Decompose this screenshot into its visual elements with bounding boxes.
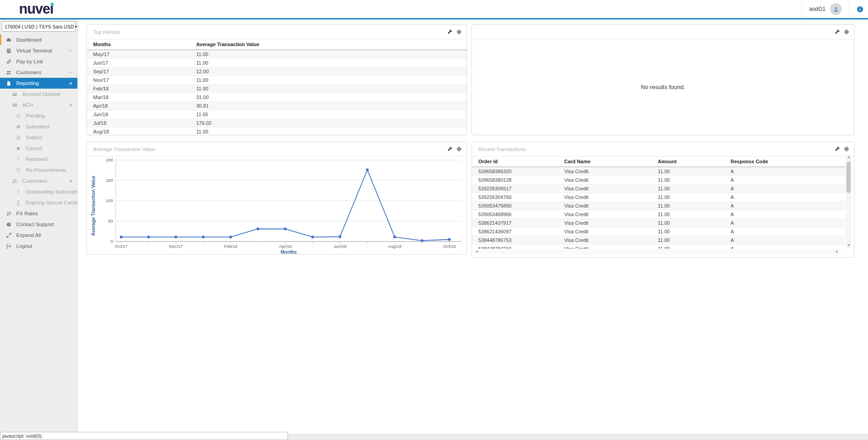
horizontal-scrollbar[interactable] <box>474 249 840 255</box>
compress-icon[interactable] <box>844 29 849 35</box>
data-point <box>311 236 314 238</box>
sidebar-item-customers[interactable]: Customers <box>0 67 77 78</box>
table-header-row: MonthsAverage Transaction Value <box>87 39 467 50</box>
table-row[interactable]: Jun/1811.65 <box>87 110 467 119</box>
y-tick-label: 100 <box>106 198 113 203</box>
exclamation-icon <box>15 189 22 195</box>
column-header: Order Id <box>472 156 558 167</box>
avatar[interactable] <box>830 3 842 15</box>
scroll-right-icon[interactable] <box>834 249 840 255</box>
table-row[interactable]: 539053475890Visa Credit11.00A <box>472 202 845 210</box>
username-label: aodG1 <box>809 6 826 12</box>
wrench-icon[interactable] <box>835 29 840 35</box>
table-row[interactable]: Mar/1831.00 <box>87 93 467 102</box>
wrench-icon[interactable] <box>447 29 453 35</box>
close-icon[interactable] <box>68 81 73 86</box>
table-row[interactable]: May/1711.00 <box>87 50 467 59</box>
info-icon[interactable] <box>857 6 863 13</box>
table-cell: A <box>724 236 845 245</box>
sidebar-item-expand-all[interactable]: Expand All <box>0 230 77 241</box>
table-row[interactable]: Sep/1712.00 <box>87 67 467 76</box>
table-row[interactable]: 539226304760Visa Credit11.00A <box>472 193 845 202</box>
sidebar-item-fx-rates[interactable]: FX Rates <box>0 208 77 219</box>
data-point <box>175 236 177 238</box>
sidebar-item-label: Customers <box>22 178 47 184</box>
sidebar-item-settled[interactable]: Settled <box>0 132 77 143</box>
question-icon: ? <box>5 222 12 227</box>
sidebar-item-expiring-secure-cards[interactable]: Expiring Secure Cards <box>0 197 77 208</box>
sidebar-item-label: Logout <box>16 243 32 249</box>
sidebar-item-customers[interactable]: Customers <box>0 175 77 186</box>
table-row[interactable]: Nov/1711.00 <box>87 76 467 85</box>
scroll-down-icon[interactable] <box>846 242 852 248</box>
card-icon <box>11 91 18 97</box>
column-header: Average Transaction Value <box>190 39 467 50</box>
sidebar-item-returned[interactable]: Returned <box>0 154 77 165</box>
top-periods-table: MonthsAverage Transaction Value May/1711… <box>87 39 467 136</box>
vertical-scrollbar-thumb[interactable] <box>846 161 851 193</box>
close-icon[interactable] <box>68 103 73 108</box>
table-row[interactable]: 538621436097Visa Credit11.00A <box>472 227 845 236</box>
panel-actions <box>447 29 462 35</box>
x-tick-label: Aug/18 <box>388 244 401 249</box>
panel-actions <box>835 146 849 152</box>
table-cell: 30.81 <box>190 102 467 110</box>
table-row[interactable]: 538448786753Visa Credit11.00A <box>472 236 845 245</box>
compress-icon[interactable] <box>456 146 462 152</box>
table-row[interactable]: Feb/1811.00 <box>87 85 467 93</box>
sidebar-item-submitted[interactable]: Submitted <box>0 121 77 132</box>
compress-icon[interactable] <box>844 146 849 152</box>
table-row[interactable]: 539053468966Visa Credit11.00A <box>472 210 845 219</box>
exchange-icon <box>5 211 12 217</box>
column-header: Response Code <box>724 156 845 167</box>
table-row[interactable]: Apr/1830.81 <box>87 102 467 110</box>
svg-text:ACH: ACH <box>13 104 17 106</box>
sidebar-item-virtual-terminal[interactable]: Virtual Terminal <box>0 45 77 56</box>
compress-icon[interactable] <box>456 29 462 35</box>
table-row[interactable]: Jul/18176.02 <box>87 119 467 128</box>
data-point <box>256 227 259 230</box>
vertical-scrollbar[interactable] <box>846 154 851 248</box>
table-row[interactable]: 539226306517Visa Credit11.00A <box>472 185 845 193</box>
sidebar-item-outstanding-subscriptions[interactable]: Outstanding Subscriptions <box>0 186 77 197</box>
table-cell: 538621436097 <box>472 227 558 236</box>
column-header: Amount <box>651 156 724 167</box>
sidebar-item-label: Dashboard <box>16 37 42 43</box>
table-row[interactable]: 538621437917Visa Credit11.00A <box>472 219 845 227</box>
panel-header: Recent Transactions <box>472 142 854 156</box>
account-selector[interactable]: 176004 ( USD ) TSYS Sara USD <box>2 21 75 32</box>
person-icon <box>833 6 840 13</box>
account-selector-value: 176004 ( USD ) TSYS Sara USD <box>5 24 74 29</box>
table-cell: 12.00 <box>190 67 467 76</box>
sidebar-item-pay-by-link[interactable]: Pay by Link <box>0 56 77 67</box>
table-row[interactable]: Aug/1811.00 <box>87 128 467 136</box>
sidebar-item-logout[interactable]: Logout <box>0 241 77 251</box>
table-cell: 11.00 <box>651 193 724 202</box>
table-cell: Visa Credit <box>558 193 651 202</box>
table-row[interactable]: 539658380128Visa Credit11.00A <box>472 176 845 185</box>
chevron-down-icon <box>68 70 73 75</box>
sidebar-item-contact-support[interactable]: ?Contact Support <box>0 219 77 230</box>
sidebar-item-ach[interactable]: ACHACH <box>0 99 77 110</box>
sidebar-item-re-presentments[interactable]: Re-Presentments <box>0 165 77 175</box>
scroll-left-icon[interactable] <box>474 249 480 255</box>
wrench-icon[interactable] <box>447 146 453 152</box>
scroll-up-icon[interactable] <box>846 154 852 160</box>
sidebar-item-dashboard[interactable]: Dashboard <box>0 34 77 45</box>
x-tick-label: Jun/18 <box>334 244 347 249</box>
wrench-icon[interactable] <box>835 146 840 152</box>
check-circle-icon <box>15 135 22 141</box>
status-bar-text: javascript: void(0); <box>2 433 42 439</box>
data-point <box>147 236 150 238</box>
table-cell: Feb/18 <box>87 85 190 93</box>
data-point <box>420 239 423 242</box>
sidebar-item-pending[interactable]: Pending <box>0 110 77 121</box>
sidebar-item-closed[interactable]: Closed <box>0 143 77 154</box>
table-row[interactable]: 539658386320Visa Credit11.00A <box>472 167 845 176</box>
sidebar-item-reporting[interactable]: Reporting <box>0 78 77 89</box>
table-cell: Mar/18 <box>87 93 190 102</box>
table-row[interactable]: Jun/1711.00 <box>87 59 467 67</box>
sidebar-item-account-updater[interactable]: Account Updater <box>0 89 77 99</box>
close-icon[interactable] <box>68 179 73 184</box>
ach-icon: ACH <box>11 102 18 108</box>
